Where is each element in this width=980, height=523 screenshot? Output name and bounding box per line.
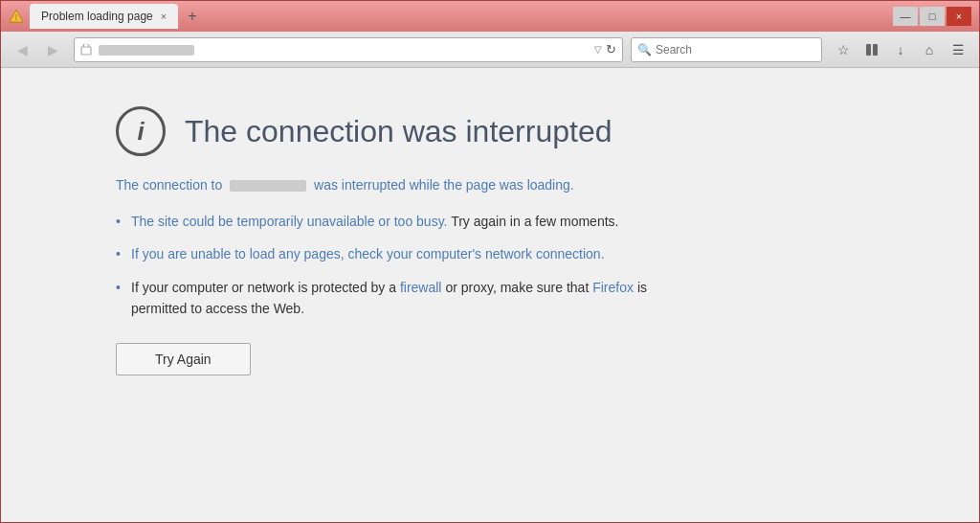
nav-toolbar-icons: ☆ ↓ ⌂ ☰ — [830, 36, 971, 63]
warning-icon: ! — [9, 9, 24, 24]
address-text — [80, 43, 594, 57]
error-list: The site could be temporarily unavailabl… — [116, 211, 690, 320]
list-item: If your computer or network is protected… — [116, 277, 690, 320]
error-body: The connection to was interrupted while … — [116, 175, 690, 375]
address-dropdown-icon[interactable]: ▽ — [594, 44, 602, 55]
firefox-link[interactable]: Firefox — [592, 280, 634, 295]
error-intro: The connection to was interrupted while … — [116, 175, 690, 195]
svg-rect-4 — [873, 44, 878, 56]
error-title: The connection was interrupted — [185, 114, 612, 149]
browser-tab[interactable]: Problem loading page × — [30, 4, 178, 29]
title-bar: ! Problem loading page × + — □ × — [1, 1, 979, 32]
close-tab-button[interactable]: × — [161, 11, 167, 22]
minimize-button[interactable]: — — [893, 7, 918, 26]
error-header: i The connection was interrupted — [116, 106, 612, 156]
close-window-button[interactable]: × — [947, 7, 971, 26]
bullet3-middle: or proxy, make sure that — [445, 280, 592, 295]
back-button[interactable]: ◀ — [9, 36, 35, 63]
svg-text:!: ! — [15, 12, 18, 22]
menu-button[interactable]: ☰ — [945, 36, 971, 63]
bookmark-button[interactable]: ☆ — [830, 36, 857, 63]
try-again-button[interactable]: Try Again — [116, 343, 251, 375]
forward-button[interactable]: ▶ — [39, 36, 66, 63]
browser-window: ! Problem loading page × + — □ × ◀ ▶ ▽ — [0, 0, 980, 523]
list-item: The site could be temporarily unavailabl… — [116, 211, 690, 232]
list-item: If you are unable to load any pages, che… — [116, 243, 690, 264]
bullet2-link[interactable]: If you are unable to load any pages, che… — [131, 246, 605, 262]
search-input[interactable] — [656, 43, 815, 57]
tab-title: Problem loading page — [41, 10, 153, 23]
info-icon: i — [116, 106, 166, 156]
address-bar[interactable]: ▽ ↻ — [74, 37, 623, 62]
refresh-button[interactable]: ↻ — [606, 42, 616, 57]
new-tab-button[interactable]: + — [184, 8, 200, 25]
maximize-button[interactable]: □ — [920, 7, 945, 26]
reader-view-button[interactable] — [858, 36, 885, 63]
svg-rect-2 — [81, 47, 91, 55]
firewall-link[interactable]: firewall — [400, 280, 442, 295]
page-content: i The connection was interrupted The con… — [1, 68, 979, 522]
download-button[interactable]: ↓ — [887, 36, 914, 63]
bullet1-link[interactable]: The site could be temporarily unavailabl… — [131, 214, 447, 229]
window-controls: — □ × — [893, 7, 971, 26]
home-button[interactable]: ⌂ — [916, 36, 943, 63]
bullet3-prefix: If your computer or network is protected… — [131, 280, 400, 295]
url-placeholder — [230, 180, 306, 192]
svg-rect-3 — [866, 44, 871, 56]
bullet1-text: Try again in a few moments. — [451, 214, 618, 229]
navigation-bar: ◀ ▶ ▽ ↻ 🔍 ☆ ↓ — [1, 32, 979, 68]
search-icon: 🔍 — [637, 43, 652, 57]
search-bar[interactable]: 🔍 — [631, 37, 822, 62]
